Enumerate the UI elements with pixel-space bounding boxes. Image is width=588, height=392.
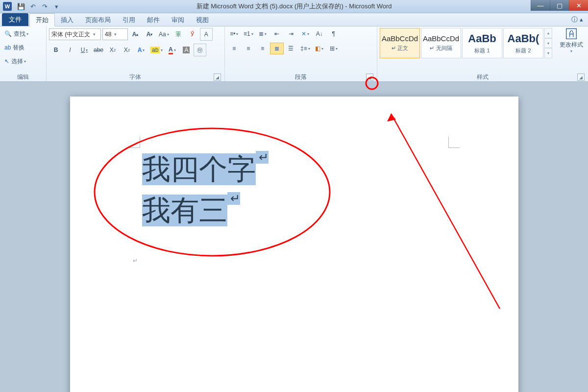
window-buttons: — ▢ ✕ — [531, 0, 588, 11]
font-size-combo[interactable]: 48▾ — [102, 28, 128, 40]
find-icon: 🔍 — [4, 30, 12, 37]
align-right-button[interactable]: ≡ — [256, 43, 270, 54]
styles-dialog-launcher[interactable]: ◢ — [577, 74, 585, 81]
gallery-more-icon[interactable]: ▾ — [544, 48, 552, 58]
group-label-font: 字体 ◢ — [49, 73, 222, 81]
find-button[interactable]: 🔍 查找 ▾ — [2, 28, 44, 40]
style-heading1[interactable]: AaBb 标题 1 — [462, 28, 502, 58]
tab-page-layout[interactable]: 页面布局 — [79, 14, 117, 26]
subscript-button[interactable]: X2 — [106, 44, 120, 56]
tab-insert[interactable]: 插入 — [55, 14, 79, 26]
superscript-button[interactable]: X2 — [120, 44, 134, 56]
maximize-button[interactable]: ▢ — [550, 0, 569, 11]
gallery-down-icon[interactable]: ▾ — [544, 38, 552, 49]
replace-button[interactable]: ab 替换 — [2, 42, 44, 53]
replace-icon: ab — [4, 44, 11, 51]
cursor-icon: ↖ — [4, 58, 9, 65]
ribbon: 🔍 查找 ▾ ab 替换 ↖ 选择 ▾ 编辑 — [0, 26, 588, 82]
tab-home[interactable]: 开始 — [29, 13, 55, 26]
group-paragraph: ≡•▾ ≡1▾ ≣▾ ⇤ ⇥ ✕▾ A↓ ¶ ≡ ≡ ≡ ≣ ☰ ‡≡▾ ◧▾ … — [224, 26, 377, 81]
paragraph-mark-icon: ↵ — [227, 192, 240, 205]
ribbon-help-icon[interactable]: ⓘ ▴ — [571, 15, 583, 24]
clear-format-button[interactable]: Ӳ — [186, 28, 199, 40]
multilevel-list-button[interactable]: ≣▾ — [256, 28, 270, 40]
line-spacing-button[interactable]: ‡≡▾ — [298, 43, 312, 54]
text-effects-button[interactable]: A▾ — [134, 44, 148, 56]
tab-mailings[interactable]: 邮件 — [141, 14, 166, 26]
group-styles: AaBbCcDd ↵ 正文 AaBbCcDd ↵ 无间隔 AaBb 标题 1 A… — [377, 26, 588, 81]
character-border-button[interactable]: A — [200, 28, 213, 41]
style-gallery[interactable]: AaBbCcDd ↵ 正文 AaBbCcDd ↵ 无间隔 AaBb 标题 1 A… — [380, 28, 552, 58]
highlight-button[interactable]: ab▾ — [148, 44, 165, 56]
document-page[interactable]: 我四个字 ↵ 我有三 ↵ ↵ — [70, 97, 518, 392]
style-heading2[interactable]: AaBb( 标题 2 — [503, 28, 543, 58]
font-name-combo[interactable]: 宋体 (中文正文▾ — [49, 28, 101, 40]
change-styles-icon: 🄰 — [566, 28, 577, 41]
align-center-button[interactable]: ≡ — [242, 43, 255, 54]
tab-references[interactable]: 引用 — [117, 14, 141, 26]
save-icon[interactable]: 💾 — [17, 2, 25, 11]
align-justify-button[interactable]: ≣ — [270, 43, 284, 54]
distributed-button[interactable]: ☰ — [284, 43, 298, 54]
strikethrough-button[interactable]: abe — [92, 44, 105, 56]
align-left-button[interactable]: ≡ — [227, 43, 241, 54]
paragraph-mark-icon: ↵ — [133, 257, 138, 265]
qat-customize-icon[interactable]: ▾ — [52, 2, 61, 11]
tab-file[interactable]: 文件 — [2, 13, 28, 26]
paragraph-dialog-launcher[interactable]: ◢ — [366, 74, 373, 81]
tab-view[interactable]: 视图 — [190, 14, 215, 26]
underline-button[interactable]: U▾ — [77, 44, 91, 56]
select-button[interactable]: ↖ 选择 ▾ — [2, 55, 44, 67]
shrink-font-button[interactable]: A▾ — [143, 28, 156, 40]
document-workspace: 我四个字 ↵ 我有三 ↵ ↵ — [0, 82, 588, 392]
phonetic-guide-button[interactable]: 睪 — [172, 28, 185, 40]
selected-text-line1[interactable]: 我四个字 — [142, 153, 256, 185]
paragraph-mark-icon: ↵ — [256, 151, 269, 164]
style-no-spacing[interactable]: AaBbCcDd ↵ 无间隔 — [421, 28, 461, 58]
group-label-styles: 样式 ◢ — [380, 73, 586, 81]
tab-review[interactable]: 审阅 — [166, 14, 190, 26]
group-font: 宋体 (中文正文▾ 48▾ A▴ A▾ Aa▾ 睪 Ӳ A B I U▾ abe… — [46, 26, 224, 81]
borders-button[interactable]: ⊞▾ — [327, 43, 341, 54]
increase-indent-button[interactable]: ⇥ — [284, 28, 298, 40]
style-gallery-scroll[interactable]: ▴ ▾ ▾ — [544, 28, 552, 58]
selected-text-line2[interactable]: 我有三 — [142, 195, 227, 226]
undo-icon[interactable]: ↶ — [28, 2, 37, 11]
decrease-indent-button[interactable]: ⇤ — [270, 28, 284, 40]
font-dialog-launcher[interactable]: ◢ — [214, 74, 221, 81]
shading-button[interactable]: ◧▾ — [313, 43, 326, 54]
group-label-paragraph: 段落 ◢ — [227, 73, 374, 81]
character-shading-button[interactable]: A — [179, 44, 193, 56]
document-body-text[interactable]: 我四个字 ↵ 我有三 ↵ — [142, 149, 269, 231]
grow-font-button[interactable]: A▴ — [128, 28, 142, 40]
enclose-characters-button[interactable]: ㊞ — [194, 44, 206, 56]
change-case-button[interactable]: Aa▾ — [157, 28, 171, 40]
font-color-button[interactable]: A▾ — [165, 44, 179, 56]
ribbon-tabs: 文件 开始 插入 页面布局 引用 邮件 审阅 视图 ⓘ ▴ — [0, 13, 588, 26]
bullets-button[interactable]: ≡•▾ — [227, 28, 241, 40]
change-styles-button[interactable]: 🄰 更改样式 ▾ — [557, 28, 586, 53]
group-label-editing: 编辑 — [2, 73, 44, 81]
minimize-button[interactable]: — — [531, 0, 550, 11]
margin-mark-tr — [448, 137, 460, 148]
redo-icon[interactable]: ↷ — [40, 2, 49, 11]
numbering-button[interactable]: ≡1▾ — [242, 28, 255, 40]
bold-button[interactable]: B — [49, 44, 63, 56]
style-normal[interactable]: AaBbCcDd ↵ 正文 — [380, 28, 420, 58]
asian-layout-button[interactable]: ✕▾ — [298, 28, 312, 40]
italic-button[interactable]: I — [63, 44, 77, 56]
show-marks-button[interactable]: ¶ — [327, 28, 341, 40]
word-app-icon: W — [3, 2, 12, 11]
window-title: 新建 Microsoft Word 文档 (5).docx (用户上次保存的) … — [0, 0, 588, 13]
title-bar: W 💾 ↶ ↷ ▾ 新建 Microsoft Word 文档 (5).docx … — [0, 0, 588, 13]
group-editing: 🔍 查找 ▾ ab 替换 ↖ 选择 ▾ 编辑 — [0, 26, 46, 81]
margin-mark-tl — [129, 137, 140, 148]
close-button[interactable]: ✕ — [569, 0, 588, 11]
sort-button[interactable]: A↓ — [313, 28, 326, 40]
quick-access-toolbar: 💾 ↶ ↷ ▾ — [17, 2, 61, 11]
gallery-up-icon[interactable]: ▴ — [544, 28, 552, 38]
